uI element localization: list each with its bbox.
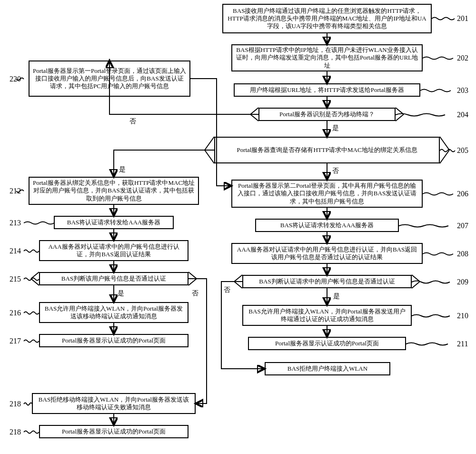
num-212: 212: [10, 187, 21, 195]
label-205-yes: 是: [119, 165, 126, 174]
svg-line-23: [205, 150, 214, 163]
step-220: Portal服务器显示第一Portal登录页面，通过该页面上输入接口接收用户输入…: [29, 61, 190, 97]
step-201: BAS接收用户终端通过该用户终端上的任意浏览器触发的HTTP请求，HTTP请求消…: [222, 4, 432, 33]
step-214: AAA服务器对认证请求中的用户账号信息进行认证，并向BAS返回认证结果: [39, 240, 188, 261]
num-206: 206: [457, 190, 468, 198]
svg-line-19: [250, 114, 258, 121]
svg-line-17: [396, 114, 404, 121]
svg-line-22: [205, 137, 214, 150]
step-217: Portal服务器显示认证成功的Portal页面: [39, 334, 188, 347]
num-204: 204: [457, 111, 468, 119]
step-212: Portal服务器从绑定关系信息中，获取HTTP请求中MAC地址对应的用户账号信…: [29, 177, 199, 205]
label-215-no: 否: [192, 289, 198, 298]
svg-line-26: [234, 275, 242, 282]
step-211: Portal服务器显示认证成功的Portal页面: [248, 337, 406, 350]
step-218b: Portal服务器显示认证成功的Portal页面: [39, 425, 188, 438]
step-210: BAS允许用户终端接入WLAN，并向Portal服务器发送用户终端通过认证的认证…: [242, 305, 412, 326]
num-207: 207: [457, 222, 468, 230]
num-211: 211: [457, 340, 468, 348]
num-220: 220: [10, 75, 21, 83]
step-202: BAS根据HTTP请求中的IP地址，在该用户未进行WLAN业务接入认证时，向用户…: [231, 44, 423, 71]
step-207: BAS将认证请求转发给AAA服务器: [255, 219, 399, 232]
label-209-no: 否: [224, 286, 230, 294]
num-205: 205: [457, 146, 468, 155]
num-203: 203: [457, 86, 468, 95]
num-218: 218: [10, 400, 21, 408]
step-215: BAS判断该用户账号信息是否通过认证: [39, 272, 188, 285]
step-204: Portal服务器识别是否为移动终端？: [258, 108, 396, 121]
num-217: 217: [10, 337, 21, 345]
svg-line-29: [31, 279, 39, 285]
step-206: Portal服务器显示第二Portal登录页面，其中具有用户账号信息的输入接口，…: [231, 180, 423, 208]
step-205: Portal服务器查询是否存储有HTTP请求中MAC地址的绑定关系信息: [214, 137, 440, 163]
label-215-yes: 是: [118, 289, 124, 298]
step-reject-right: BAS拒绝用户终端接入WLAN: [265, 362, 390, 375]
num-218b: 218: [10, 428, 21, 436]
num-201: 201: [457, 14, 468, 23]
num-210: 210: [457, 312, 468, 320]
step-203: 用户终端根据URL地址，将HTTP请求发送给Portal服务器: [234, 83, 420, 97]
num-214: 214: [10, 247, 21, 255]
step-208: AAA服务器对认证请求中的用户账号信息进行认证，并向BAS返回该用户账号信息是否…: [231, 243, 423, 264]
svg-line-16: [396, 108, 404, 114]
step-213: BAS将认证请求转发给AAA服务器: [54, 216, 174, 229]
svg-line-21: [440, 150, 449, 163]
svg-line-18: [250, 108, 258, 114]
num-202: 202: [457, 54, 468, 62]
step-218: BAS拒绝移动终端接入WLAN，并向Portal服务器发送该移动终端认证失败通知…: [32, 393, 196, 414]
num-213: 213: [10, 219, 21, 227]
svg-line-30: [188, 272, 197, 279]
step-209: BAS判断认证请求中的用户帐号信息是否通过认证: [242, 275, 412, 288]
svg-line-28: [31, 272, 39, 279]
step-216: BAS允许用户终端接入WLAN，并向Portal服务器发送该移动终端认证成功通知…: [39, 302, 188, 323]
svg-line-24: [412, 275, 420, 282]
label-204-yes: 是: [332, 124, 339, 132]
num-216: 216: [10, 309, 21, 317]
num-208: 208: [457, 250, 468, 258]
svg-line-25: [412, 282, 420, 288]
label-205-no: 否: [332, 167, 339, 175]
label-209-yes: 是: [333, 292, 340, 301]
num-209: 209: [457, 278, 468, 286]
svg-line-31: [188, 279, 197, 285]
label-204-no: 否: [129, 117, 136, 126]
svg-line-27: [234, 282, 242, 288]
num-215: 215: [10, 275, 21, 283]
svg-line-20: [440, 137, 449, 150]
